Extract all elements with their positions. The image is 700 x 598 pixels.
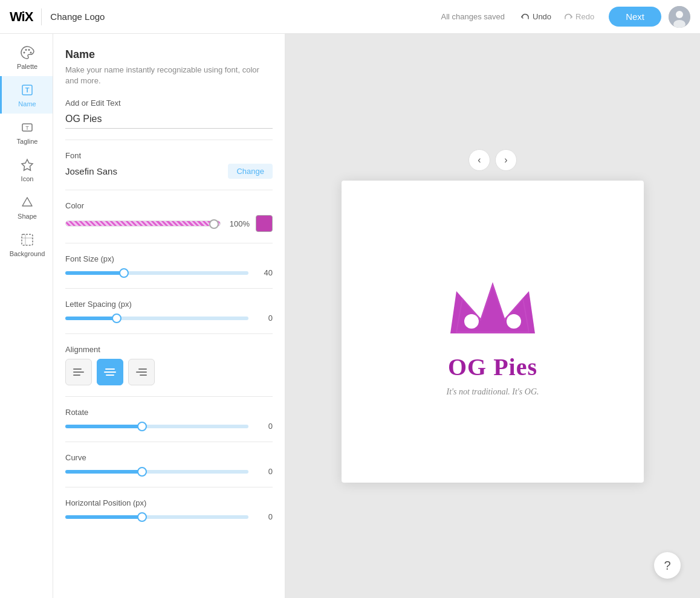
header: WiX Change Logo All changes saved Undo R… [0,0,700,34]
sidebar-item-palette[interactable]: Palette [0,39,53,76]
divider-1 [65,140,273,140]
sidebar-item-shape[interactable]: Shape [0,188,53,226]
svg-text:T: T [25,125,29,131]
horizontal-pos-slider-track[interactable] [65,515,248,519]
crown-logo-icon [438,267,547,346]
curve-value: 0 [254,467,273,476]
sidebar-item-name[interactable]: T Name [0,76,53,114]
font-size-group: Font Size (px) 40 [65,254,273,277]
curve-group: Curve 0 [65,453,273,476]
sidebar-tagline-label: Tagline [17,138,38,145]
svg-text:T: T [25,86,30,94]
curve-slider-track[interactable] [65,470,248,474]
background-icon [19,232,35,248]
palette-icon [19,45,35,60]
main-area: Palette T Name T Tagline [0,34,700,598]
font-size-slider-thumb[interactable] [119,268,129,278]
color-percentage: 100% [227,219,250,228]
rotate-slider-thumb[interactable] [137,422,147,431]
panel-title: Name [65,48,273,61]
divider-5 [65,333,273,334]
divider-3 [65,243,273,243]
text-field-group: Add or Edit Text [65,98,273,129]
letter-spacing-slider-thumb[interactable] [112,313,122,323]
divider-2 [65,190,273,190]
alignment-row [65,359,273,385]
svg-point-3 [24,52,25,54]
sidebar-shape-label: Shape [18,213,37,220]
svg-marker-11 [22,159,33,170]
svg-point-4 [25,49,27,51]
align-right-button[interactable] [128,359,155,385]
rotate-slider-track[interactable] [65,425,248,428]
align-center-icon [104,366,116,378]
font-row: Josefin Sans Change [65,164,273,179]
horizontal-pos-value: 0 [254,512,273,521]
color-slider-track[interactable] [65,220,221,227]
undo-icon [520,12,530,22]
align-left-icon [73,366,85,378]
sidebar-palette-label: Palette [17,63,37,70]
horizontal-pos-slider-thumb[interactable] [137,512,147,522]
redo-button[interactable]: Redo [559,10,599,24]
next-button[interactable]: Next [609,7,661,27]
color-slider-thumb[interactable] [209,219,219,229]
divider-6 [65,396,273,397]
rotate-label: Rotate [65,408,273,417]
svg-point-5 [28,49,30,51]
wix-logo: WiX [10,9,33,25]
preview-next-button[interactable]: › [495,149,517,171]
font-size-label: Font Size (px) [65,254,273,263]
letter-spacing-label: Letter Spacing (px) [65,300,273,309]
curve-slider-thumb[interactable] [137,467,147,477]
header-saved-status: All changes saved [441,12,505,21]
undo-button[interactable]: Undo [516,10,556,24]
header-title: Change Logo [50,11,105,22]
panel-subtitle: Make your name instantly recognizable us… [65,65,273,86]
preview-canvas: OG Pies It's not traditional. It's OG. [342,181,644,483]
color-swatch[interactable] [256,215,273,232]
sidebar-icon-label: Icon [21,175,34,182]
font-size-slider-row: 40 [65,268,273,277]
divider-8 [65,487,273,487]
redo-icon [563,12,573,22]
help-button[interactable]: ? [654,552,681,579]
color-label: Color [65,201,273,210]
curve-label: Curve [65,453,273,462]
alignment-label: Alignment [65,345,273,354]
font-change-button[interactable]: Change [228,164,273,179]
alignment-group: Alignment [65,345,273,385]
align-left-button[interactable] [65,359,92,385]
sidebar-item-background[interactable]: Background [0,226,53,263]
sidebar-item-tagline[interactable]: T Tagline [0,114,53,151]
icon-sidebar: Palette T Name T Tagline [0,34,53,598]
icon-icon [19,157,35,173]
svg-marker-24 [450,282,535,333]
svg-rect-12 [22,234,33,245]
color-row: 100% [65,215,273,232]
font-size-slider-track[interactable] [65,271,248,275]
font-group: Font Josefin Sans Change [65,151,273,179]
divider-4 [65,288,273,289]
header-divider [41,8,42,25]
letter-spacing-slider-track[interactable] [65,317,248,320]
sidebar-name-label: Name [18,100,36,108]
font-label: Font [65,151,273,160]
letter-spacing-group: Letter Spacing (px) 0 [65,300,273,323]
curve-slider-row: 0 [65,467,273,476]
letter-spacing-value: 0 [254,313,273,323]
align-center-button[interactable] [97,359,123,385]
name-text-icon: T [19,82,35,98]
rotate-group: Rotate 0 [65,408,273,431]
sidebar-item-icon[interactable]: Icon [0,151,53,188]
logo-text-input[interactable] [65,111,273,129]
rotate-slider-row: 0 [65,422,273,431]
logo-tagline: It's not traditional. It's OG. [447,387,539,397]
text-field-label: Add or Edit Text [65,98,273,108]
logo-title: OG Pies [448,353,537,381]
preview-prev-button[interactable]: ‹ [468,149,490,171]
align-right-icon [135,366,147,378]
svg-point-6 [30,52,32,54]
sidebar-background-label: Background [10,250,45,257]
header-undo-redo: Undo Redo [516,10,599,24]
